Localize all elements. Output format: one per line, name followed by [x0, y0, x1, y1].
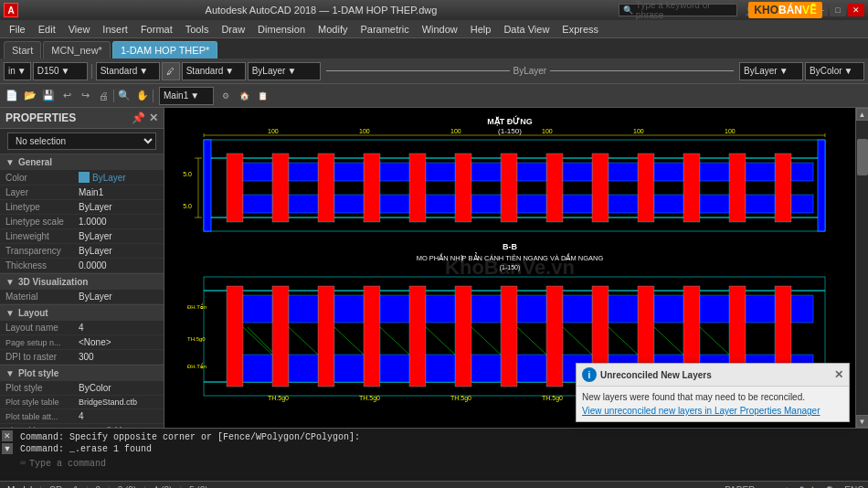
menu-edit[interactable]: Edit [33, 22, 61, 37]
menu-format[interactable]: Format [135, 22, 178, 37]
scroll-thumb[interactable] [857, 139, 868, 175]
properties-panel: PROPERTIES 📌 ✕ No selection ▼General Col… [0, 108, 164, 428]
d-value-dropdown[interactable]: D150▼ [33, 62, 88, 80]
general-header[interactable]: ▼General [0, 154, 164, 170]
tab-start[interactable]: Start [4, 41, 41, 58]
standard2-dropdown[interactable]: Standard▼ [182, 62, 246, 80]
menu-parametric[interactable]: Parametric [355, 22, 414, 37]
status-btn2[interactable]: ⚙ [780, 484, 793, 489]
toolbar-btn-1[interactable]: 🖊 [162, 62, 180, 80]
bylayer-dropdown[interactable]: ByLayer▼ [248, 62, 321, 80]
right-scrollbar[interactable]: ▲ ▼ [855, 108, 868, 428]
menu-draw[interactable]: Draw [216, 22, 250, 37]
svg-text:TH.5g0: TH.5g0 [359, 395, 380, 402]
layer-btn3[interactable]: 📋 [254, 88, 270, 104]
selection-dropdown[interactable]: No selection [7, 133, 156, 150]
svg-rect-25 [334, 163, 364, 181]
menu-file[interactable]: File [4, 22, 31, 37]
svg-text:100: 100 [450, 128, 461, 134]
status-btn1[interactable]: ⊞ [766, 484, 778, 489]
menu-help[interactable]: Help [465, 22, 497, 37]
svg-rect-88 [517, 355, 546, 382]
status-btn4[interactable]: 📐 [810, 484, 822, 489]
tab-mcn[interactable]: MCN_new* [43, 41, 111, 58]
svg-rect-44 [746, 195, 775, 213]
svg-rect-37 [609, 163, 638, 181]
tab-dam-hop-thep[interactable]: 1-DAM HOP THEP* [112, 41, 217, 58]
menu-dimension[interactable]: Dimension [252, 22, 311, 37]
menu-tools[interactable]: Tools [180, 22, 215, 37]
menu-bar: File Edit View Insert Format Tools Draw … [0, 20, 868, 38]
plotstyle-header[interactable]: ▼Plot style [0, 366, 164, 381]
svg-rect-68 [501, 286, 517, 387]
props-pin[interactable]: 📌 [132, 111, 145, 124]
menu-dataview[interactable]: Data View [498, 22, 555, 37]
qa-new[interactable]: 📄 [4, 88, 20, 104]
prop-layoutname: Layout name 4 [0, 321, 164, 335]
qa-pan[interactable]: ✋ [134, 88, 151, 104]
svg-text:TH.5g0: TH.5g0 [187, 336, 206, 342]
cmd-input[interactable] [29, 459, 863, 469]
title-bar: A Autodesk AutoCAD 2018 — 1-DAM HOP THEP… [0, 0, 868, 20]
standard-dropdown[interactable]: Standard▼ [96, 62, 160, 80]
qa-print[interactable]: 🖨 [95, 88, 111, 104]
prop-thickness: Thickness 0.0000 [0, 259, 164, 273]
svg-text:5.0: 5.0 [183, 203, 192, 209]
layer-btn2[interactable]: 🏠 [236, 88, 252, 104]
svg-rect-17 [638, 154, 654, 222]
scroll-track[interactable] [856, 121, 869, 415]
maximize-button[interactable]: □ [830, 4, 846, 16]
cmd-line2: Command: _.erase 1 found [20, 444, 863, 454]
svg-rect-30 [426, 195, 455, 213]
close-button[interactable]: ✕ [848, 4, 864, 16]
notif-header: i Unreconciled New Layers ✕ [577, 364, 849, 387]
svg-text:5.0: 5.0 [183, 171, 192, 177]
layer-btn1[interactable]: ⚙ [217, 88, 234, 104]
layout-header[interactable]: ▼Layout [0, 305, 164, 321]
svg-text:MO PHẦN NHỊP BẢN CÁNH TIÊN NGA: MO PHẦN NHỊP BẢN CÁNH TIÊN NGANG VÀ DẦM … [417, 252, 604, 262]
scroll-down[interactable]: ▼ [856, 415, 869, 428]
menu-modify[interactable]: Modify [312, 22, 353, 37]
svg-text:100: 100 [633, 128, 644, 134]
svg-rect-21 [243, 163, 272, 181]
notif-close-btn[interactable]: ✕ [834, 368, 843, 381]
notif-link[interactable]: View unreconciled new layers in Layer Pr… [582, 406, 820, 416]
qa-zoom[interactable]: 🔍 [116, 88, 132, 104]
qa-redo[interactable]: ↪ [77, 88, 93, 104]
status-btn3[interactable]: 🔒 [795, 484, 808, 489]
workspace-dropdown[interactable]: in▼ [4, 62, 31, 80]
command-text-area: Command: Specify opposite corner or [Fen… [15, 429, 868, 481]
qa-open[interactable]: 📂 [22, 88, 38, 104]
svg-rect-66 [409, 286, 426, 387]
cmd-close-btn[interactable]: ✕ [2, 430, 13, 441]
menu-express[interactable]: Express [556, 22, 604, 37]
menu-window[interactable]: Window [417, 22, 463, 37]
prop-plottable: Plot style table BridgeStand.ctb [0, 396, 164, 409]
prop-color: Color ByLayer [0, 170, 164, 186]
svg-rect-85 [471, 295, 501, 323]
status-btn5[interactable]: 🔍 [824, 484, 837, 489]
menu-insert[interactable]: Insert [97, 22, 133, 37]
svg-rect-10 [318, 154, 334, 222]
menu-view[interactable]: View [63, 22, 96, 37]
prop-material: Material ByLayer [0, 290, 164, 304]
scroll-up[interactable]: ▲ [856, 108, 869, 121]
svg-rect-22 [243, 195, 272, 213]
cmd-collapse-btn[interactable]: ▼ [2, 443, 13, 454]
props-close[interactable]: ✕ [149, 111, 158, 124]
3d-header[interactable]: ▼3D Visualization [0, 274, 164, 290]
bycolor-dropdown[interactable]: ByColor▼ [805, 62, 864, 80]
notif-body: New layers were found that may need to b… [577, 387, 849, 421]
layer-dropdown[interactable]: Main1▼ [159, 87, 214, 105]
qa-save[interactable]: 💾 [40, 88, 57, 104]
search-box[interactable]: 🔍 Type a keyword or phrase [619, 4, 737, 16]
svg-rect-26 [334, 195, 364, 213]
qa-undo[interactable]: ↩ [58, 88, 75, 104]
svg-rect-35 [563, 163, 592, 181]
bylayer3-dropdown[interactable]: ByLayer▼ [739, 62, 803, 80]
svg-rect-32 [471, 195, 501, 213]
prop-plottabletype: Plot table type Not available [0, 424, 164, 428]
svg-rect-29 [426, 163, 455, 181]
bylayer2-label: ByLayer [513, 66, 547, 76]
svg-rect-23 [289, 163, 318, 181]
